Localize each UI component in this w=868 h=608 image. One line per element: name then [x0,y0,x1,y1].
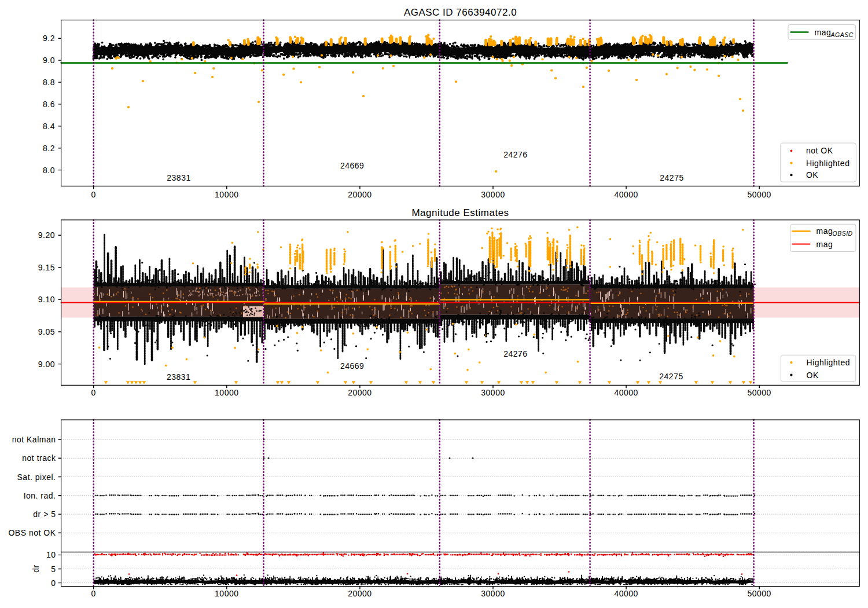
svg-text:0: 0 [91,388,96,397]
svg-text:8.6: 8.6 [43,100,55,109]
svg-text:not Kalman: not Kalman [12,435,56,444]
svg-text:9.20: 9.20 [38,230,55,240]
svg-text:9.15: 9.15 [38,263,55,272]
svg-text:9.10: 9.10 [38,295,55,304]
svg-text:mag: mag [816,226,833,236]
svg-text:AGASC: AGASC [830,31,854,38]
svg-text:dr: dr [31,565,41,572]
svg-text:20000: 20000 [348,388,372,397]
svg-text:24275: 24275 [660,173,683,182]
svg-text:50000: 50000 [747,190,771,199]
svg-text:30000: 30000 [481,388,505,397]
svg-text:Highlighted: Highlighted [806,159,850,168]
svg-text:Highlighted: Highlighted [807,358,851,367]
svg-text:10000: 10000 [215,589,238,598]
svg-text:mag: mag [816,240,833,249]
svg-text:not OK: not OK [806,146,833,155]
svg-text:24669: 24669 [340,361,364,371]
svg-text:24276: 24276 [503,150,527,159]
svg-text:OK: OK [806,170,818,180]
svg-text:10: 10 [46,550,56,559]
svg-text:OBSID: OBSID [833,230,853,237]
svg-text:9.05: 9.05 [38,327,55,336]
svg-text:40000: 40000 [614,190,638,199]
svg-text:50000: 50000 [747,589,771,598]
svg-text:23831: 23831 [167,372,190,382]
svg-text:9.00: 9.00 [38,360,55,369]
svg-text:8.4: 8.4 [43,122,55,131]
svg-text:10000: 10000 [215,388,238,397]
svg-text:8.8: 8.8 [43,78,55,87]
svg-text:0: 0 [51,578,56,588]
svg-text:AGASC ID 766394072.0: AGASC ID 766394072.0 [404,7,517,18]
svg-text:20000: 20000 [348,589,372,598]
svg-text:9.0: 9.0 [43,56,55,65]
svg-text:OK: OK [807,371,819,380]
svg-text:0: 0 [91,190,96,199]
svg-text:30000: 30000 [481,190,505,199]
svg-text:Ion. rad.: Ion. rad. [24,491,56,500]
svg-text:8.2: 8.2 [43,144,55,153]
svg-text:24669: 24669 [340,161,364,170]
svg-text:0: 0 [91,589,96,598]
svg-text:OBS not OK: OBS not OK [8,528,56,537]
svg-text:50000: 50000 [747,388,771,397]
svg-text:23831: 23831 [167,173,190,182]
svg-text:30000: 30000 [481,589,505,598]
svg-text:40000: 40000 [614,589,638,598]
svg-text:8.0: 8.0 [43,166,55,175]
svg-text:9.2: 9.2 [43,34,55,43]
svg-text:Magnitude Estimates: Magnitude Estimates [411,207,509,218]
svg-text:24275: 24275 [659,372,683,381]
svg-text:not track: not track [22,453,56,463]
svg-text:Sat. pixel.: Sat. pixel. [17,473,56,482]
svg-text:40000: 40000 [614,388,638,397]
svg-text:24276: 24276 [503,349,527,358]
svg-text:dr > 5: dr > 5 [33,510,56,519]
svg-text:5: 5 [51,565,56,574]
svg-text:10000: 10000 [215,190,238,199]
svg-text:mag: mag [815,28,832,37]
svg-text:20000: 20000 [348,190,372,199]
